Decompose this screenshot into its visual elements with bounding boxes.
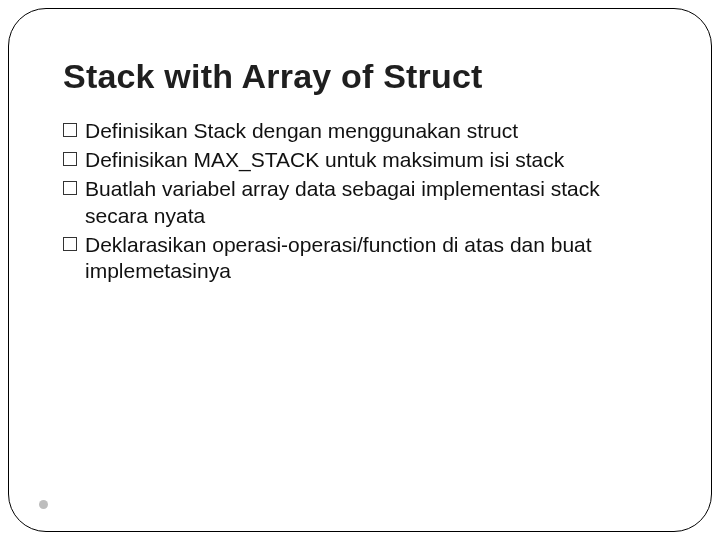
list-item: Buatlah variabel array data sebagai impl…	[63, 176, 657, 230]
square-bullet-icon	[63, 152, 77, 166]
square-bullet-icon	[63, 237, 77, 251]
list-item: Definisikan MAX_STACK untuk maksimum isi…	[63, 147, 657, 174]
list-item: Definisikan Stack dengan menggunakan str…	[63, 118, 657, 145]
slide: Stack with Array of Struct Definisikan S…	[0, 0, 720, 540]
bullet-list: Definisikan Stack dengan menggunakan str…	[63, 118, 657, 285]
slide-title: Stack with Array of Struct	[63, 57, 657, 96]
square-bullet-icon	[63, 123, 77, 137]
list-item-text: Definisikan Stack dengan menggunakan str…	[85, 119, 518, 142]
list-item-text: Buatlah variabel array data sebagai impl…	[85, 177, 600, 227]
page-indicator-dot	[39, 500, 48, 509]
list-item: Deklarasikan operasi-operasi/function di…	[63, 232, 657, 286]
list-item-text: Deklarasikan operasi-operasi/function di…	[85, 233, 592, 283]
square-bullet-icon	[63, 181, 77, 195]
slide-frame: Stack with Array of Struct Definisikan S…	[8, 8, 712, 532]
list-item-text: Definisikan MAX_STACK untuk maksimum isi…	[85, 148, 564, 171]
